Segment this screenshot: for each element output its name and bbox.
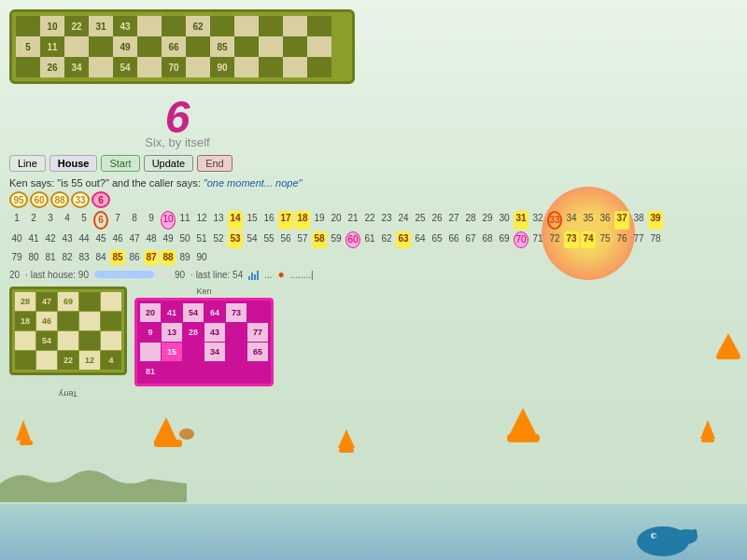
house-button[interactable]: House [49,155,98,172]
cell: 34 [64,57,89,77]
cell: 54 [113,57,137,77]
land-left [0,465,187,504]
current-number-display: 6 Six, by itself [84,91,271,149]
mini-cell: 81 [140,362,161,381]
seq-num: 90 [194,250,209,265]
svg-marker-0 [16,420,31,441]
cell [283,16,307,36]
boat-5 [698,418,717,444]
seq-num: 86 [127,250,142,265]
seq-num: 34 [564,211,579,230]
seq-num: 15 [245,211,260,230]
seq-num: 27 [446,211,461,230]
seq-num: 40 [9,231,24,248]
seq-num: 24 [396,211,411,230]
seq-num: 65 [430,231,444,248]
svg-point-4 [179,428,194,440]
cell: 90 [210,57,234,77]
seq-num-circled: 6 [93,211,108,230]
seq-num-highlighted: 74 [581,231,596,248]
seq-num: 7 [110,211,125,230]
mini-cell-called: 15 [162,343,182,361]
cell [64,36,89,57]
svg-rect-3 [154,440,182,447]
seq-num: 72 [547,231,562,248]
seq-num: 81 [43,250,58,265]
end-button[interactable]: End [197,155,233,172]
seq-num: 1 [9,211,24,230]
mini-cell: 28 [15,292,35,311]
update-button[interactable]: Update [144,155,193,172]
seq-num: 62 [379,231,394,248]
svg-rect-6 [339,448,354,453]
cell [307,36,331,57]
mini-cell: 13 [162,323,182,342]
seq-num: 51 [194,231,209,248]
called-num: 33 [71,191,90,208]
seq-num: 46 [110,231,125,248]
seq-num: 26 [430,211,444,230]
cell [137,16,162,36]
cell [186,57,210,77]
ken-card: 20 41 54 64 73 9 13 28 43 77 15 34 [134,298,274,386]
info-dots: ... [264,270,272,280]
cell: 70 [162,57,186,77]
seq-num: 30 [497,211,512,230]
start-button[interactable]: Start [101,155,139,172]
seq-num: 3 [43,211,58,230]
cell: 26 [40,57,64,77]
seq-num-highlighted: 87 [144,250,159,265]
mini-cell [226,323,247,342]
mini-cell [79,292,100,311]
cell [259,36,283,57]
mini-cell [15,351,35,370]
seq-num: 11 [177,211,192,230]
cell: 62 [186,16,210,36]
water [0,504,747,560]
terry-grid: 28 47 69 18 46 54 [15,292,121,370]
ken-label: Ken [134,287,274,296]
svg-rect-12 [716,354,740,359]
cell [307,16,331,36]
mini-cell [183,343,204,361]
number-label: Six, by itself [84,135,271,149]
mini-cell [79,331,100,350]
cell [186,36,210,57]
cell [89,57,113,77]
seq-num: 16 [261,211,276,230]
cell: 85 [210,36,234,57]
cell [259,57,283,77]
chat-speaker: Ken says: [9,177,57,189]
mini-cell: 28 [183,323,204,342]
mini-cell [101,312,121,330]
seq-num: 43 [60,231,75,248]
seq-num-pink: 60 [345,231,360,248]
player-cards: 28 47 69 18 46 54 [9,287,738,386]
svg-marker-5 [338,429,355,448]
seq-num-highlighted: 63 [396,231,411,248]
mini-cell: 46 [36,312,57,330]
seq-num: 49 [161,231,176,248]
mini-cell [101,292,121,311]
seq-num: 8 [127,211,142,230]
called-numbers: 95 60 88 33 6 [9,191,738,208]
svg-rect-10 [701,439,714,442]
seq-num: 84 [93,250,108,265]
stats-icon [248,269,259,280]
cell [283,57,307,77]
mini-cell [140,343,161,361]
seq-num: 2 [26,211,41,230]
seq-num-highlighted: 58 [312,231,327,248]
cell [234,57,259,77]
seq-num: 68 [480,231,495,248]
seq-num: 50 [177,231,192,248]
seq-num: 42 [43,231,58,248]
mini-cell: 65 [247,343,268,361]
top-bingo-card: 10 22 31 43 62 5 11 49 66 85 [9,9,355,84]
called-num: 88 [50,191,69,208]
line-button[interactable]: Line [9,155,46,172]
called-num-current: 6 [92,191,110,208]
mini-cell: 34 [204,343,225,361]
cell: 5 [16,36,40,57]
seq-num-highlighted: 88 [161,250,176,265]
